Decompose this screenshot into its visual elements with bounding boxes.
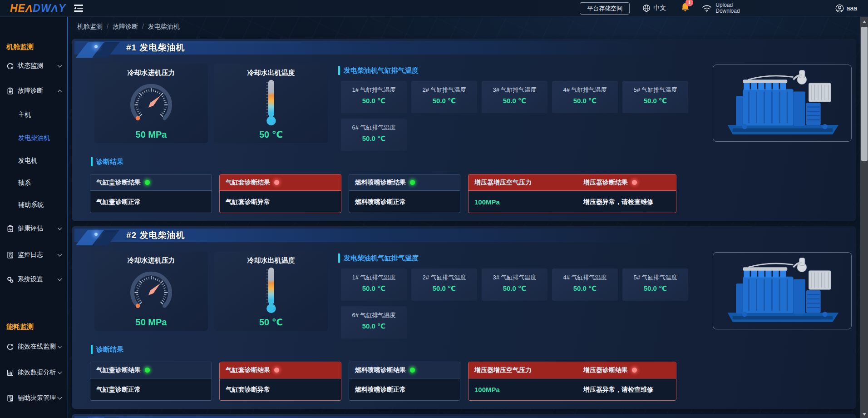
cylinder-temp-card: 3# 气缸排气温度 50.0 ℃: [482, 269, 547, 301]
cylinder-value: 50.0 ℃: [482, 97, 547, 105]
scrollbar-thumb[interactable]: [861, 27, 868, 161]
thermometer-title: 冷却水出机温度: [214, 256, 328, 265]
status-dot-green: [145, 368, 150, 373]
diagnosis-card-turbocharger: 增压器增压空气压力 增压器诊断结果 100MPa 增压器异常，请检查维修: [468, 174, 676, 213]
diagnosis-card-turbocharger: 增压器增压空气压力 增压器诊断结果 100MPa 增压器异常，请检查维修: [468, 362, 676, 401]
sidebar-item-label: 能效在线监测: [18, 343, 56, 351]
sidebar-item-label: 辅助决策管理: [18, 394, 56, 402]
breadcrumb-item[interactable]: 发电柴油机: [148, 23, 180, 31]
cylinder-temp-card: 2# 气缸排气温度 50.0 ℃: [411, 269, 477, 301]
sidebar-subitem-auxiliary[interactable]: 辅助系统: [18, 200, 44, 209]
sidebar-item-label: 系统设置: [18, 275, 43, 284]
cylinder-temp-card: 1# 气缸排气温度 50.0 ℃: [341, 269, 407, 301]
breadcrumb: 机舱监测 / 故障诊断 / 发电柴油机: [77, 23, 180, 31]
sidebar-section-engine-room: 机舱监测: [6, 42, 34, 51]
sidebar-item-decision-management[interactable]: 辅助决策管理: [0, 393, 67, 403]
diagnosis-label: 气缸套诊断结果: [226, 179, 270, 187]
sidebar-subitem-generator[interactable]: 发电机: [18, 156, 37, 165]
cylinder-label: 3# 气缸排气温度: [482, 86, 547, 94]
network-transfer-status[interactable]: Upload Download: [702, 2, 740, 14]
gauge-title: 冷却水进机压力: [94, 256, 208, 265]
diagnosis-card-header: 燃料喷嘴诊断结果: [349, 362, 460, 378]
cooling-water-inlet-pressure-card: 冷却水进机压力 50 MPa: [94, 251, 208, 331]
diagnosis-label: 增压器增压空气压力: [474, 179, 583, 187]
logo-text-orange: HEΛ: [10, 2, 33, 14]
sidebar-item-status-monitor[interactable]: 状态监测: [0, 61, 67, 71]
sidebar-collapse-icon[interactable]: [74, 5, 85, 12]
language-switcher[interactable]: 中文: [642, 4, 666, 12]
energy-monitor-icon: [6, 343, 14, 351]
fault-diagnosis-icon: [6, 87, 14, 95]
engine-room-monitoring-app: { "topbar": { "logo_part1": "HEΛ", "logo…: [0, 0, 868, 418]
transfer-labels: Upload Download: [715, 2, 740, 14]
sidebar-item-monitor-log[interactable]: 监控日志: [0, 250, 67, 260]
vertical-scrollbar[interactable]: [860, 17, 868, 418]
cylinder-label: 4# 气缸排气温度: [552, 86, 618, 94]
cooling-water-outlet-temperature-card: 冷却水出机温度 50 ℃: [214, 251, 328, 331]
panel-diesel-generator-3: #3 发电柴油机: [72, 414, 856, 418]
cylinder-temp-card: 2# 气缸排气温度 50.0 ℃: [411, 81, 477, 113]
diagnosis-card-header: 燃料喷嘴诊断结果: [349, 174, 460, 191]
thermometer-value: 50 ℃: [214, 317, 328, 328]
chevron-down-icon: [58, 63, 62, 68]
sidebar-item-label: 能效数据分析: [18, 368, 56, 377]
engine-image-frame: [713, 65, 852, 142]
download-label: Download: [715, 8, 740, 14]
diagnosis-label-2: 增压器诊断结果: [583, 366, 628, 374]
gear-icon: [6, 276, 14, 284]
diagnosis-card-header: 气缸套诊断结果: [220, 174, 341, 191]
scroll-up-button[interactable]: [860, 18, 868, 25]
sidebar-section-energy: 能耗监测: [6, 322, 34, 331]
header-glow-dot: [94, 45, 98, 48]
sidebar-subitem-shafting[interactable]: 轴系: [18, 178, 31, 187]
wifi-icon: [702, 4, 712, 12]
avatar-icon: [835, 4, 844, 13]
breadcrumb-item[interactable]: 故障诊断: [113, 23, 138, 31]
scroll-up-icon: [863, 20, 866, 23]
cylinder-section-title: 发电柴油机气缸排气温度: [338, 66, 419, 75]
scroll-down-button[interactable]: [860, 410, 868, 418]
cylinder-label: 3# 气缸排气温度: [482, 274, 547, 282]
cylinder-value: 50.0 ℃: [622, 97, 688, 105]
sidebar-item-energy-online-monitor[interactable]: 能效在线监测: [0, 342, 67, 352]
main-content: 机舱监测 / 故障诊断 / 发电柴油机 #1 发电柴油机 冷却水进机压力 50 …: [68, 17, 860, 418]
diagnosis-message: 燃料喷嘴诊断正常: [349, 378, 460, 401]
diagnosis-label: 燃料喷嘴诊断结果: [355, 366, 406, 374]
sidebar-subitem-diesel-generator[interactable]: 发电柴油机: [18, 133, 50, 142]
monitor-log-icon: [6, 251, 14, 259]
diagnosis-card-fuel-nozzle: 燃料喷嘴诊断结果 燃料喷嘴诊断正常: [349, 174, 460, 213]
breadcrumb-item[interactable]: 机舱监测: [77, 23, 103, 31]
sidebar-item-label: 监控日志: [18, 251, 43, 259]
status-dot-red: [632, 180, 637, 185]
diagnosis-card-cylinder-head: 气缸盖诊断结果 气缸盖诊断正常: [90, 174, 212, 213]
engine-image: [716, 67, 848, 139]
sidebar-item-fault-diagnosis[interactable]: 故障诊断: [0, 86, 67, 96]
status-dot-red: [274, 368, 279, 373]
diagnosis-message: 增压器异常，请检查维修: [583, 198, 653, 206]
cylinder-temp-card: 4# 气缸排气温度 50.0 ℃: [552, 269, 618, 301]
gauge-title: 冷却水进机压力: [94, 69, 208, 77]
cylinder-label: 5# 气缸排气温度: [622, 86, 688, 94]
diagnosis-card-cylinder-liner: 气缸套诊断结果 气缸套诊断异常: [219, 362, 341, 401]
sidebar-item-label: 故障诊断: [18, 87, 43, 95]
user-menu[interactable]: aaa: [835, 4, 857, 13]
sidebar-subitem-main-engine[interactable]: 主机: [18, 110, 31, 119]
status-dot-red: [632, 368, 637, 373]
status-dot-green: [410, 180, 415, 185]
sidebar-item-system-settings[interactable]: 系统设置: [0, 274, 67, 284]
status-dot-red: [274, 180, 279, 185]
breadcrumb-separator: /: [107, 23, 108, 31]
cylinder-label: 2# 气缸排气温度: [411, 274, 477, 282]
notification-bell[interactable]: 1: [681, 2, 690, 14]
sidebar-item-label: 状态监测: [18, 62, 43, 70]
cylinder-temp-card: 5# 气缸排气温度 50.0 ℃: [622, 81, 688, 113]
sidebar-item-health-assessment[interactable]: 健康评估: [0, 224, 67, 234]
diagnosis-card-header: 增压器增压空气压力 增压器诊断结果: [469, 362, 676, 378]
cylinder-label: 6# 气缸排气温度: [341, 124, 407, 132]
platform-storage-button[interactable]: 平台存储空间: [580, 2, 630, 15]
turbo-pressure-value: 100MPa: [474, 386, 583, 393]
sidebar-item-energy-data-analysis[interactable]: 能效数据分析: [0, 368, 67, 378]
gauge-value: 50 MPa: [94, 317, 208, 328]
cylinder-label: 1# 气缸排气温度: [341, 86, 407, 94]
cylinder-temp-card: 3# 气缸排气温度 50.0 ℃: [482, 81, 547, 113]
